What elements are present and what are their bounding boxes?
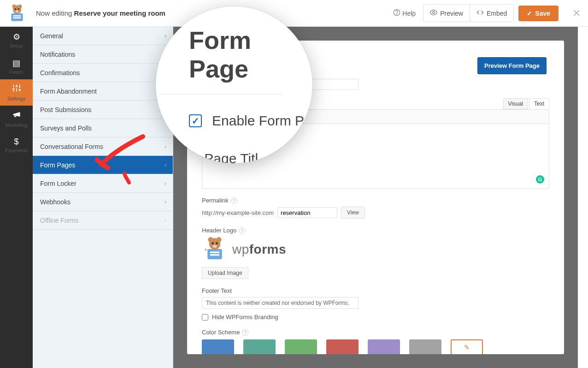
hide-branding-row: Hide WPForms Branding — [202, 314, 549, 321]
svg-rect-7 — [13, 15, 21, 17]
rail-label: Payments — [5, 148, 28, 153]
rail-marketing[interactable]: Marketing — [0, 106, 33, 132]
color-swatch-custom[interactable]: ✎ — [451, 339, 483, 354]
svg-point-2 — [18, 4, 22, 8]
sidepanel-form-pages[interactable]: Form Pages› — [33, 156, 173, 174]
color-swatches: ✎ — [202, 339, 549, 354]
svg-point-25 — [216, 242, 218, 244]
sidepanel-form-locker[interactable]: Form Locker› — [33, 174, 173, 193]
grammarly-icon: G — [536, 175, 544, 184]
preview-embed-group: Preview Embed — [423, 4, 514, 22]
wpforms-logo — [7, 4, 27, 23]
permalink-base-url: http://my-example-site.com — [202, 209, 274, 216]
chevron-right-icon: › — [165, 33, 166, 39]
enable-checkbox[interactable]: ✓ — [189, 114, 202, 127]
embed-label: Embed — [487, 10, 507, 17]
color-swatch-purple[interactable] — [368, 339, 400, 354]
hide-branding-checkbox[interactable] — [202, 314, 208, 321]
preview-button[interactable]: Preview — [423, 5, 470, 22]
rail-fields[interactable]: ▤ Fields — [0, 53, 33, 79]
svg-point-26 — [213, 245, 217, 248]
color-swatch-gray[interactable] — [409, 339, 441, 354]
svg-rect-8 — [13, 17, 21, 18]
chevron-right-icon: › — [165, 180, 166, 187]
svg-point-4 — [18, 8, 19, 10]
footer-text-field: Footer Text — [202, 287, 549, 309]
upload-image-button[interactable]: Upload Image — [202, 267, 248, 279]
form-name: Reserve your meeting room — [74, 9, 165, 17]
sidepanel-surveys-and-polls[interactable]: Surveys and Polls — [33, 119, 173, 137]
help-icon[interactable]: ? — [239, 227, 245, 234]
save-button[interactable]: ✓ Save — [518, 6, 559, 21]
footer-text-label: Footer Text — [202, 287, 549, 294]
header-logo-image: wpforms — [202, 237, 549, 262]
svg-rect-28 — [210, 251, 219, 253]
svg-point-24 — [212, 242, 213, 244]
embed-button[interactable]: Embed — [470, 5, 513, 22]
svg-rect-29 — [210, 254, 219, 255]
help-icon — [393, 9, 400, 18]
pencil-icon: ✎ — [464, 344, 470, 351]
topbar: Now editing Reserve your meeting room He… — [0, 0, 588, 27]
megaphone-icon — [12, 110, 21, 121]
color-scheme-label: Color Scheme? — [202, 329, 549, 336]
rail-label: Setup — [10, 43, 23, 48]
footer-text-input[interactable] — [202, 297, 359, 309]
editing-prefix: Now editing — [36, 9, 72, 17]
gear-icon: ⚙ — [13, 32, 20, 42]
sliders-icon — [12, 83, 21, 95]
sidepanel-form-abandonment[interactable]: Form Abandonment — [33, 82, 173, 101]
svg-point-22 — [208, 237, 213, 242]
editing-label: Now editing Reserve your meeting room — [36, 9, 165, 17]
sidepanel-conversational-forms[interactable]: Conversational Forms› — [33, 137, 173, 156]
help-icon[interactable]: ? — [242, 329, 248, 336]
sidepanel-general[interactable]: General› — [33, 27, 173, 45]
color-swatch-blue[interactable] — [202, 339, 234, 354]
tab-text[interactable]: Text — [529, 98, 549, 109]
color-swatch-teal[interactable] — [243, 339, 276, 354]
permalink-slug-input[interactable] — [277, 207, 337, 218]
rail-settings[interactable]: Settings — [0, 79, 33, 106]
help-link[interactable]: Help — [393, 9, 416, 18]
sidepanel-webhooks[interactable]: Webhooks› — [33, 193, 173, 211]
tab-visual[interactable]: Visual — [503, 98, 528, 109]
permalink-field: Permalink? http://my-example-site.com Vi… — [202, 197, 549, 219]
sidepanel-post-submissions[interactable]: Post Submissions — [33, 101, 173, 119]
rail-setup[interactable]: ⚙ Setup — [0, 27, 33, 53]
svg-point-10 — [397, 14, 397, 14]
color-scheme-field: Color Scheme? ✎ — [202, 329, 549, 354]
close-icon[interactable]: ✕ — [572, 7, 581, 19]
eye-icon — [430, 9, 437, 18]
rail-payments[interactable]: $ Payments — [0, 132, 33, 158]
view-button[interactable]: View — [341, 207, 365, 219]
rail-label: Settings — [7, 96, 26, 101]
sidepanel-notifications[interactable]: Notifications — [33, 45, 173, 64]
left-rail: ⚙ Setup ▤ Fields Settings Marketing $ Pa… — [0, 27, 33, 368]
color-swatch-green[interactable] — [285, 339, 317, 354]
header-logo-field: Header Logo? wpforms Upload Image — [202, 227, 549, 279]
rail-label: Fields — [10, 69, 23, 75]
wpforms-text: wpforms — [232, 242, 286, 257]
svg-point-5 — [16, 10, 19, 12]
sidepanel-confirmations[interactable]: Confirmations — [33, 64, 173, 82]
settings-sidepanel: General› Notifications Confirmations For… — [33, 27, 173, 368]
zoom-enable-label: Enable Form Pa — [212, 113, 312, 129]
dollar-icon: $ — [14, 137, 18, 147]
permalink-label: Permalink? — [202, 197, 549, 204]
sidepanel-offline-forms[interactable]: Offline Forms› — [33, 211, 173, 230]
header-logo-label: Header Logo? — [202, 227, 549, 234]
preview-label: Preview — [440, 10, 463, 17]
rail-label: Marketing — [5, 122, 27, 128]
chevron-right-icon: › — [165, 199, 166, 205]
preview-form-page-button[interactable]: Preview Form Page — [477, 57, 547, 74]
svg-point-23 — [216, 237, 221, 242]
svg-point-3 — [15, 8, 16, 10]
chevron-right-icon: › — [165, 143, 166, 150]
code-icon — [476, 9, 484, 18]
help-icon[interactable]: ? — [231, 197, 237, 204]
svg-point-11 — [433, 12, 435, 13]
zoom-enable-row: ✓ Enable Form Pa — [189, 113, 312, 129]
color-swatch-red[interactable] — [326, 339, 359, 354]
svg-point-1 — [12, 4, 16, 8]
check-icon: ✓ — [527, 10, 532, 17]
